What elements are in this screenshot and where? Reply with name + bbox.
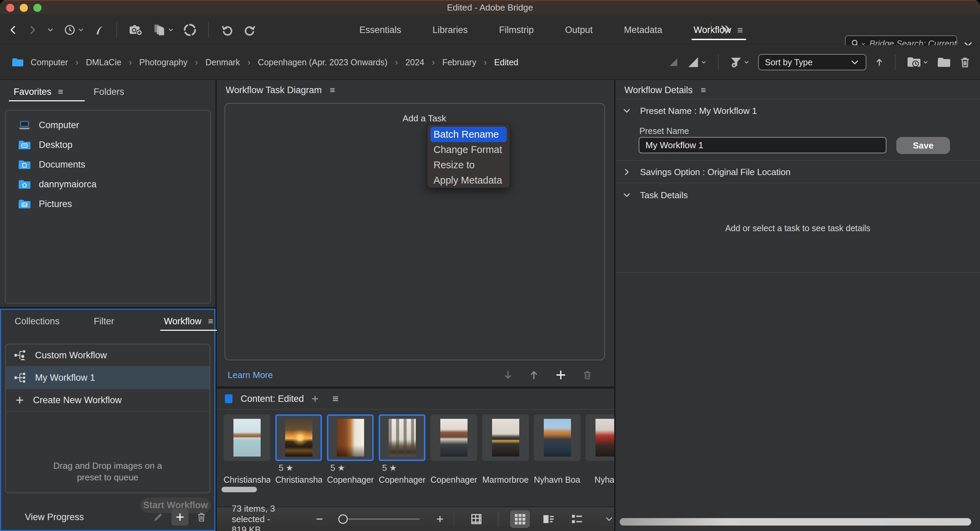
breadcrumb-item[interactable]: Computer <box>29 57 70 67</box>
learn-more-link[interactable]: Learn More <box>228 370 273 380</box>
add-task-label: Add a Task <box>402 113 446 124</box>
menu-item-batch-rename[interactable]: Batch Rename <box>430 127 507 142</box>
create-new-workflow-button[interactable]: Create New Workflow <box>6 389 210 412</box>
new-folder-icon[interactable] <box>937 56 951 68</box>
add-task-plus-icon[interactable] <box>554 368 567 381</box>
back-icon[interactable] <box>8 23 18 37</box>
menu-item-change-format[interactable]: Change Format <box>427 142 510 157</box>
favorites-item-desktop[interactable]: Desktop <box>5 136 210 153</box>
folder-icon <box>11 57 24 67</box>
file-thumbnail[interactable]: Nyhavndy Davi <box>585 414 614 485</box>
delete-workflow-trash-icon[interactable] <box>196 511 207 523</box>
add-workflow-button[interactable] <box>172 509 189 526</box>
sort-ascending-icon[interactable] <box>875 56 884 68</box>
tab-output[interactable]: Output <box>550 15 608 45</box>
tab-collections[interactable]: Collections <box>14 316 66 327</box>
boomerang-icon[interactable] <box>93 24 105 36</box>
task-diagram-title: Workflow Task Diagram <box>226 85 322 95</box>
content-panel-menu-icon[interactable] <box>331 394 340 403</box>
menu-item-resize-to[interactable]: Resize to <box>427 157 510 173</box>
history-clock-icon[interactable] <box>63 24 84 36</box>
favorites-item-label: Computer <box>39 120 79 130</box>
grid-view-icon[interactable] <box>466 510 486 528</box>
task-details-section-header[interactable]: Task Details <box>616 187 980 204</box>
favorites-item-documents[interactable]: Documents <box>5 156 210 173</box>
slider-thumb[interactable] <box>338 514 348 524</box>
rating-label <box>585 463 614 475</box>
thumbnail-quality-high-icon[interactable] <box>687 55 707 69</box>
file-thumbnail-selected[interactable]: 5 ★ CopenhagenAut..set.jpeg <box>327 414 374 485</box>
workflow-panel-tabs: Collections Filter Workflow <box>1 310 215 327</box>
details-view-icon[interactable] <box>539 510 558 528</box>
breadcrumb: Computer DMLaCie Photography Denmark Cop… <box>0 57 520 68</box>
thumbnail-quality-low-icon[interactable] <box>668 56 679 68</box>
file-thumbnail[interactable]: Christianshavn Fr..ter.jpeg <box>224 414 270 485</box>
details-horizontal-scrollbar[interactable] <box>620 518 971 526</box>
preset-name-input[interactable] <box>639 137 886 153</box>
favorites-item-home[interactable]: dannymaiorca <box>5 176 210 193</box>
favorites-panel-menu-icon[interactable] <box>57 88 64 95</box>
recent-locations-chevron-icon[interactable] <box>46 26 54 34</box>
breadcrumb-item[interactable]: Copenhagen (Apr. 2023 Onwards) <box>256 57 390 67</box>
file-thumbnail[interactable]: Marmorbroen F..gen.jpeg <box>482 414 529 485</box>
breadcrumb-item[interactable]: Denmark <box>204 57 242 67</box>
breadcrumb-item[interactable]: February <box>440 57 479 67</box>
delete-task-trash-icon[interactable] <box>582 369 592 381</box>
breadcrumb-item[interactable]: 2024 <box>403 57 426 67</box>
preset-name-section-header[interactable]: Preset Name : My Workflow 1 <box>616 102 980 119</box>
zoom-out-minus-icon[interactable] <box>314 514 325 524</box>
tab-filmstrip[interactable]: Filmstrip <box>484 15 550 45</box>
view-options-chevron-icon[interactable] <box>604 514 614 524</box>
undo-icon[interactable] <box>221 23 234 37</box>
tab-folders[interactable]: Folders <box>94 87 124 97</box>
sort-dropdown[interactable]: Sort by Type <box>758 54 866 70</box>
recent-folder-icon[interactable] <box>907 55 929 69</box>
savings-option-section-header[interactable]: Savings Option : Original File Location <box>616 163 980 181</box>
workflow-preset-my-workflow-1[interactable]: My Workflow 1 <box>6 367 210 389</box>
tab-metadata[interactable]: Metadata <box>608 15 678 45</box>
edit-pencil-icon[interactable] <box>153 511 164 523</box>
workflow-tab-menu-icon[interactable] <box>736 26 744 34</box>
breadcrumb-item-current[interactable]: Edited <box>492 57 520 67</box>
file-thumbnail[interactable]: CopenhagenWin..ker.jpeg <box>430 414 477 485</box>
photo-downloader-icon[interactable] <box>129 23 143 37</box>
forward-icon[interactable] <box>27 23 37 37</box>
file-thumbnail-selected[interactable]: 5 ★ CopenhagenWin..ure.jpeg <box>379 414 425 485</box>
more-workspaces-icon[interactable] <box>719 23 732 36</box>
section-divider <box>616 272 980 273</box>
move-task-down-icon[interactable] <box>503 369 514 381</box>
view-progress-button[interactable]: View Progress <box>25 512 84 523</box>
favorites-item-computer[interactable]: Computer <box>5 117 210 133</box>
task-diagram-menu-icon[interactable] <box>329 86 336 94</box>
favorites-item-pictures[interactable]: Pictures <box>5 195 210 212</box>
workflow-preset-custom[interactable]: Custom Workflow <box>6 344 210 367</box>
workflow-panel-menu-icon[interactable] <box>207 317 215 325</box>
refine-aperture-icon[interactable] <box>183 23 197 37</box>
delete-trash-icon[interactable] <box>959 55 971 69</box>
task-diagram-canvas[interactable]: Add a Task Batch Rename Change Format Re… <box>224 103 605 360</box>
redo-icon[interactable] <box>243 23 256 37</box>
list-view-icon[interactable] <box>567 510 587 528</box>
tab-filter[interactable]: Filter <box>94 316 131 327</box>
file-thumbnail-selected[interactable]: 5 ★ Christianshavns K..set.jpeg <box>275 414 322 485</box>
workflow-details-menu-icon[interactable] <box>700 86 707 94</box>
filter-rating-icon[interactable] <box>730 55 750 69</box>
file-thumbnail[interactable]: Nyhavn Boats Au..ing.jpeg <box>534 414 581 485</box>
tab-essentials[interactable]: Essentials <box>344 15 417 45</box>
tab-favorites[interactable]: Favorites <box>14 87 64 97</box>
file-name: Nyhavndy Davi <box>585 475 614 485</box>
sort-dropdown-value: Sort by Type <box>765 57 813 67</box>
menu-item-apply-metadata[interactable]: Apply Metadata <box>427 173 510 188</box>
add-content-plus-icon[interactable] <box>310 394 320 404</box>
tab-workflow-panel[interactable]: Workflow <box>164 316 215 327</box>
save-button[interactable]: Save <box>896 137 950 154</box>
zoom-in-plus-icon[interactable] <box>435 514 445 524</box>
move-task-up-icon[interactable] <box>528 369 539 381</box>
breadcrumb-item[interactable]: DMLaCie <box>84 57 123 67</box>
breadcrumb-item[interactable]: Photography <box>137 57 189 67</box>
slider-track[interactable] <box>348 518 420 520</box>
copy-files-icon[interactable] <box>153 23 174 37</box>
tab-libraries[interactable]: Libraries <box>417 15 484 45</box>
thumbnail-view-icon[interactable] <box>510 510 530 528</box>
content-horizontal-scrollbar[interactable] <box>221 487 257 492</box>
